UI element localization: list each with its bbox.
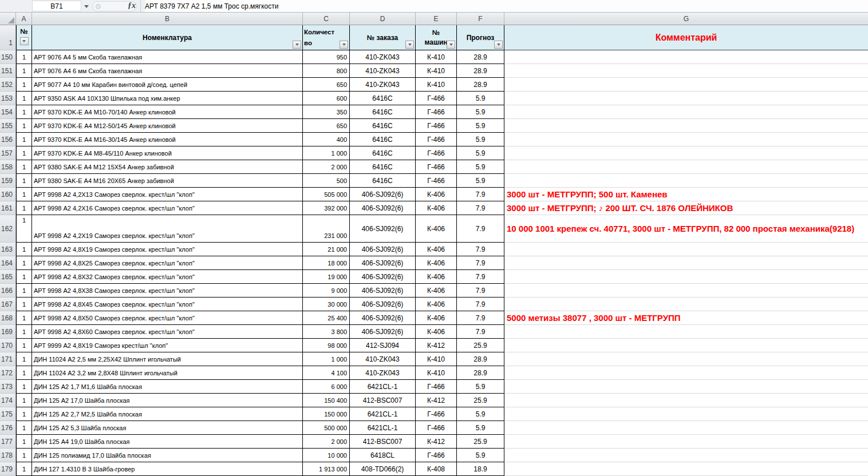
cell-E162[interactable]: К-406	[416, 215, 457, 243]
cell-B176[interactable]: ДИН 125 А2 5,3 Шайба плоская	[32, 421, 303, 435]
cell-D162[interactable]: 406-SJ092(6)	[350, 215, 416, 243]
row-header-172[interactable]: 172	[0, 366, 16, 380]
cell-B168[interactable]: АРТ 9998 А2 4,8Х50 Саморез сверлок. крес…	[32, 311, 303, 325]
cell-A166[interactable]: 1	[16, 284, 32, 298]
row-header-154[interactable]: 154	[0, 105, 16, 119]
cell-A168[interactable]: 1	[16, 311, 32, 325]
cell-E174[interactable]: К-412	[416, 394, 457, 407]
cell-D172[interactable]: 410-ZK043	[350, 366, 416, 380]
cell-A162[interactable]: 1	[16, 215, 32, 243]
cell-D165[interactable]: 406-SJ092(6)	[350, 270, 416, 284]
cell-A159[interactable]: 1	[16, 174, 32, 188]
cell-B152[interactable]: АРТ 9077 А4 10 мм Карабин винтовой д/сое…	[32, 78, 303, 92]
cell-D164[interactable]: 406-SJ092(6)	[350, 256, 416, 270]
cell-E152[interactable]: К-410	[416, 78, 457, 92]
row-header-167[interactable]: 167	[0, 298, 16, 311]
cell-E170[interactable]: К-412	[416, 339, 457, 352]
cell-E172[interactable]: К-410	[416, 366, 457, 380]
cell-F157[interactable]: 5.9	[457, 146, 504, 160]
cell-E171[interactable]: К-410	[416, 352, 457, 366]
cell-G179[interactable]	[504, 462, 868, 476]
row-header-168[interactable]: 168	[0, 311, 16, 325]
cell-C153[interactable]: 600	[303, 92, 350, 105]
cell-C164[interactable]: 18 000	[303, 256, 350, 270]
cell-B162[interactable]: АРТ 9998 А2 4,2Х19 Саморез сверлок. крес…	[32, 215, 303, 243]
cell-F161[interactable]: 7.9	[457, 201, 504, 215]
cell-E160[interactable]: К-406	[416, 188, 457, 201]
row-header-157[interactable]: 157	[0, 146, 16, 160]
cell-E163[interactable]: К-406	[416, 243, 457, 256]
cell-E177[interactable]: К-412	[416, 435, 457, 449]
header-cell-machine-no[interactable]: № машин	[416, 25, 457, 50]
cell-G164[interactable]	[504, 256, 868, 270]
row-header-155[interactable]: 155	[0, 119, 16, 133]
cell-A176[interactable]: 1	[16, 421, 32, 435]
cell-G170[interactable]	[504, 339, 868, 352]
cell-G155[interactable]	[504, 119, 868, 133]
cell-F174[interactable]: 25.9	[457, 394, 504, 407]
cell-D176[interactable]: 6421CL-1	[350, 421, 416, 435]
cell-G173[interactable]	[504, 380, 868, 394]
cell-C170[interactable]: 98 000	[303, 339, 350, 352]
cell-E151[interactable]: К-410	[416, 64, 457, 78]
row-header-1[interactable]: 1	[0, 25, 16, 50]
cell-D173[interactable]: 6421CL-1	[350, 380, 416, 394]
cell-B179[interactable]: ДИН 127 1.4310 В 3 Шайба-гровер	[32, 462, 303, 476]
cell-E158[interactable]: Г-466	[416, 160, 457, 174]
cell-B170[interactable]: АРТ 9999 А2 4,8Х19 Саморез крест/шл "кло…	[32, 339, 303, 352]
cell-D154[interactable]: 6416C	[350, 105, 416, 119]
cell-F151[interactable]: 28.9	[457, 64, 504, 78]
cell-G158[interactable]	[504, 160, 868, 174]
cell-C178[interactable]: 10 000	[303, 449, 350, 462]
cell-B164[interactable]: АРТ 9998 А2 4,8Х25 Саморез сверлок. крес…	[32, 256, 303, 270]
cell-D155[interactable]: 6416C	[350, 119, 416, 133]
cell-C166[interactable]: 9 000	[303, 284, 350, 298]
cell-A154[interactable]: 1	[16, 105, 32, 119]
cell-F164[interactable]: 7.9	[457, 256, 504, 270]
cell-C173[interactable]: 6 000	[303, 380, 350, 394]
cell-B177[interactable]: ДИН 125 А4 19,0 Шайба плоская	[32, 435, 303, 449]
cell-E179[interactable]: К-408	[416, 462, 457, 476]
cell-B167[interactable]: АРТ 9998 А2 4,8Х45 Саморез сверлок. крес…	[32, 298, 303, 311]
row-header-169[interactable]: 169	[0, 325, 16, 339]
cell-F171[interactable]: 28.9	[457, 352, 504, 366]
cell-A150[interactable]: 1	[16, 50, 32, 64]
filter-button-no[interactable]	[20, 37, 29, 45]
cell-F153[interactable]: 5.9	[457, 92, 504, 105]
cell-G161[interactable]: 3000 шт - МЕТГРУПП; ♪ 200 ШТ. СЧ. 1876 О…	[504, 201, 868, 215]
cell-A175[interactable]: 1	[16, 407, 32, 421]
cell-A152[interactable]: 1	[16, 78, 32, 92]
cell-G165[interactable]	[504, 270, 868, 284]
cell-C152[interactable]: 650	[303, 78, 350, 92]
header-cell-comment[interactable]: Комментарий	[504, 25, 868, 50]
row-header-170[interactable]: 170	[0, 339, 16, 352]
header-cell-forecast[interactable]: Прогноз	[457, 25, 504, 50]
cell-D175[interactable]: 6421CL-1	[350, 407, 416, 421]
cell-B172[interactable]: ДИН 11024 А2 3,2 мм 2,8Х48 Шплинт игольч…	[32, 366, 303, 380]
cell-A167[interactable]: 1	[16, 298, 32, 311]
cell-D163[interactable]: 406-SJ092(6)	[350, 243, 416, 256]
cell-F160[interactable]: 7.9	[457, 188, 504, 201]
header-cell-order-no[interactable]: № заказа	[350, 25, 416, 50]
cell-A157[interactable]: 1	[16, 146, 32, 160]
row-header-177[interactable]: 177	[0, 435, 16, 449]
row-header-162[interactable]: 162	[0, 215, 16, 243]
cell-E164[interactable]: К-406	[416, 256, 457, 270]
row-header-175[interactable]: 175	[0, 407, 16, 421]
cell-F179[interactable]: 18.9	[457, 462, 504, 476]
cell-B175[interactable]: ДИН 125 А2 2,7 М2,5 Шайба плоская	[32, 407, 303, 421]
cell-A164[interactable]: 1	[16, 256, 32, 270]
cell-G174[interactable]	[504, 394, 868, 407]
cell-F163[interactable]: 7.9	[457, 243, 504, 256]
cell-C151[interactable]: 800	[303, 64, 350, 78]
formula-input[interactable]: АРТ 8379 7Х7 А2 1,5 мм Трос ср.мягкости	[145, 0, 868, 12]
select-all-corner[interactable]	[0, 13, 16, 25]
filter-button-quantity[interactable]	[340, 41, 348, 49]
cell-E169[interactable]: К-406	[416, 325, 457, 339]
cell-A173[interactable]: 1	[16, 380, 32, 394]
row-header-163[interactable]: 163	[0, 243, 16, 256]
cell-B157[interactable]: АРТ 9370 KDK-E А4 М8-45/110 Анкер клинов…	[32, 146, 303, 160]
cell-G153[interactable]	[504, 92, 868, 105]
cell-C168[interactable]: 25 400	[303, 311, 350, 325]
cell-G171[interactable]	[504, 352, 868, 366]
